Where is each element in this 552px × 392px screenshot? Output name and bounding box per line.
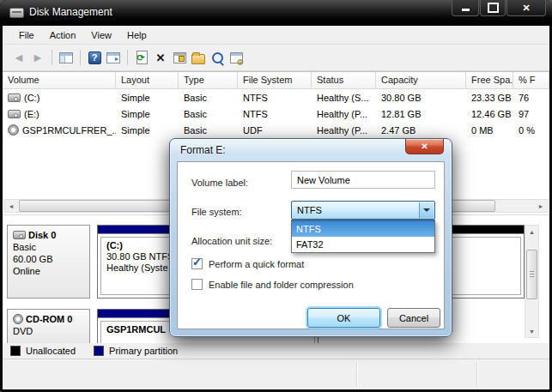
volume-file-system: NTFS [238,93,312,103]
scroll-right-icon[interactable] [534,200,548,212]
app-icon [9,8,24,18]
volume-label-label: Volume label: [191,178,248,188]
menu-view[interactable]: View [83,27,119,43]
file-system-options-list: NTFS FAT32 [291,220,435,253]
quick-format-checkbox[interactable]: ✓ [191,258,203,269]
refresh-icon[interactable] [133,49,150,66]
compression-row[interactable]: ✓ Enable file and folder compression [191,279,354,290]
cancel-button[interactable]: Cancel [387,308,440,328]
status-bar-divider [356,362,357,387]
vertical-scrollbar[interactable] [525,225,539,338]
show-action-pane-icon[interactable] [105,49,122,66]
disk-name: CD-ROM 0 [26,314,72,324]
column-header-type[interactable]: Type [179,72,238,89]
ok-button[interactable]: OK [307,308,380,328]
volume-layout: Simple [116,109,179,119]
drive-icon [8,93,21,102]
volume-label-input[interactable] [291,171,435,189]
quick-format-row[interactable]: ✓ Perform a quick format [191,258,304,269]
find-icon[interactable] [209,49,226,66]
volume-free-space: 0 MB [466,125,513,136]
show-console-tree-icon[interactable] [58,49,75,66]
disk-management-window: Disk Management File Action View Help Vo… [0,0,552,392]
scroll-up-icon[interactable] [525,226,538,238]
file-system-label: File system: [191,207,242,217]
disk-status: Online [13,266,89,276]
maximize-button[interactable] [480,0,506,16]
volume-layout: Simple [116,93,179,103]
volume-status: Healthy (S... [312,93,376,103]
volume-name: GSP1RMCULFRER_... [22,125,116,136]
column-header-status[interactable]: Status [312,72,376,89]
menu-action[interactable]: Action [42,27,84,43]
dialog-close-button[interactable] [405,139,444,154]
unallocated-swatch [10,346,21,356]
minimize-button[interactable] [452,0,479,16]
disk-type: Basic [13,242,89,252]
table-row[interactable]: (E:) Simple Basic NTFS Healthy (P... 12.… [3,106,549,122]
column-header-volume[interactable]: Volume [3,72,116,89]
vertical-scrollbar-thumb[interactable] [526,250,537,299]
volume-free-space: 12.46 GB [466,109,513,119]
volume-layout: Simple [116,125,179,136]
volume-status: Healthy (P... [312,125,376,136]
column-header-free-space[interactable]: Free Spa... [466,72,513,89]
toolbar [3,45,549,71]
window-controls [451,0,546,16]
column-header-file-system[interactable]: File System [238,72,312,89]
disc-icon [8,124,19,136]
volume-capacity: 12.81 GB [376,109,466,119]
column-header-percent-free[interactable]: % F [513,72,549,89]
cdrom-icon [13,314,23,324]
dialog-body: Volume label: File system: NTFS Allocati… [177,161,445,329]
back-icon[interactable] [10,49,27,66]
volume-percent-free: 76 [513,93,549,103]
menu-bar: File Action View Help [3,26,549,45]
scroll-left-icon[interactable] [4,200,18,212]
quick-format-label: Perform a quick format [209,259,304,269]
volume-type: Basic [179,109,238,119]
column-header-capacity[interactable]: Capacity [376,72,466,89]
close-button[interactable] [507,0,546,16]
checkmark-icon: ✓ [192,256,202,268]
title-bar[interactable]: Disk Management [0,0,552,26]
volume-file-system: NTFS [238,109,312,119]
forward-icon[interactable] [29,49,46,66]
chevron-down-icon[interactable] [419,202,434,218]
scroll-down-icon[interactable] [525,325,538,337]
legend-label: Unallocated [26,346,76,356]
option-ntfs[interactable]: NTFS [292,220,434,237]
menu-help[interactable]: Help [119,27,155,43]
volume-percent-free: 97 [513,109,549,119]
volume-list-header: Volume Layout Type File System Status Ca… [3,72,549,89]
dialog-title: Format E: [180,144,226,156]
file-system-dropdown[interactable]: NTFS [291,201,435,220]
compression-checkbox[interactable]: ✓ [191,279,203,290]
options-icon[interactable] [227,49,245,66]
legend-label: Primary partition [109,346,178,356]
disk0-label-box[interactable]: Disk 0 Basic 60.00 GB Online [7,225,90,299]
drive-icon [8,110,21,118]
volume-status: Healthy (P... [312,109,376,119]
volume-capacity: 30.80 GB [376,93,466,103]
properties-icon[interactable] [171,49,188,66]
volume-name: (C:) [24,93,39,103]
disk-icon [13,231,26,239]
option-fat32[interactable]: FAT32 [292,237,434,252]
toolbar-separator [80,50,81,65]
cdrom0-label-box[interactable]: CD-ROM 0 DVD [7,309,90,343]
menu-file[interactable]: File [11,27,42,43]
compression-label: Enable file and folder compression [209,280,354,290]
open-icon[interactable] [190,49,207,66]
table-row[interactable]: (C:) Simple Basic NTFS Healthy (S... 30.… [3,89,549,106]
help-icon[interactable] [86,49,103,66]
volume-free-space: 23.33 GB [466,93,513,103]
table-row[interactable]: GSP1RMCULFRER_... Simple Basic UDF Healt… [3,122,549,138]
disk-type: DVD [13,326,89,336]
file-system-value: NTFS [297,202,322,220]
legend: Unallocated Primary partition [3,343,549,359]
volume-file-system: UDF [238,125,312,136]
column-header-layout[interactable]: Layout [116,72,179,89]
volume-capacity: 2.47 GB [376,125,466,136]
delete-icon[interactable] [152,49,169,66]
